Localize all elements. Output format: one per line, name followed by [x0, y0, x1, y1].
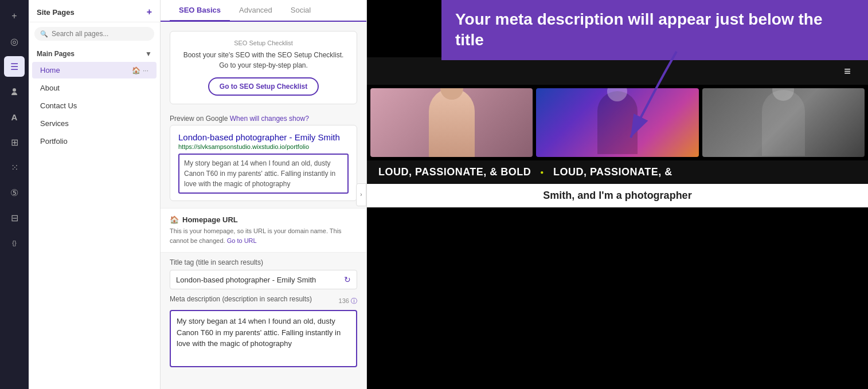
photo-card-2 [536, 88, 698, 157]
meta-label-row: Meta description (description in search … [170, 295, 357, 307]
page-item-home[interactable]: Home 🏠 ··· [32, 62, 157, 78]
marquee-dot: ● [540, 169, 544, 175]
go-to-url-link[interactable]: Go to URL [227, 237, 257, 244]
seo-panel: SEO Basics Advanced Social SEO Setup Che… [161, 0, 367, 389]
checklist-label: SEO Setup Checklist [179, 40, 347, 46]
marquee-text-2: LOUD, PASSIONATE, & [553, 166, 672, 178]
marquee-text-1: LOUD, PASSIONATE, & BOLD [378, 166, 531, 178]
seo-checklist-banner: SEO Setup Checklist Boost your site's SE… [170, 31, 357, 104]
website-preview: Your meta description will appear just b… [367, 0, 868, 389]
go-to-checklist-button[interactable]: Go to SEO Setup Checklist [208, 77, 319, 96]
pages-panel-header: Site Pages + [29, 0, 160, 22]
seo-tabs: SEO Basics Advanced Social [161, 0, 366, 22]
page-item-contact[interactable]: Contact Us [32, 97, 157, 114]
page-item-services[interactable]: Services [32, 115, 157, 132]
more-icon[interactable]: ··· [143, 66, 148, 74]
main-pages-label: Main Pages ▼ [29, 45, 160, 61]
char-count: 136 ⓘ [339, 297, 357, 305]
photo-grid [367, 85, 868, 160]
page-item-about[interactable]: About [32, 80, 157, 96]
checklist-text: Boost your site's SEO with the SEO Setup… [179, 50, 347, 70]
marquee-bar: LOUD, PASSIONATE, & BOLD ● LOUD, PASSION… [367, 160, 868, 184]
page-home-icons: 🏠 ··· [132, 66, 148, 74]
photo-card-3 [702, 88, 865, 157]
hamburger-icon[interactable]: ≡ [844, 65, 851, 78]
site-nav: ≡ [367, 57, 868, 85]
title-tag-input[interactable] [176, 276, 341, 284]
pages-icon[interactable]: ☰ [4, 56, 25, 77]
meta-description-label: Meta description (description in search … [170, 295, 312, 303]
chevron-right-icon: › [360, 191, 362, 198]
pages-panel-title: Site Pages [37, 8, 75, 17]
collapse-icon[interactable]: ▼ [145, 50, 152, 58]
apps-icon[interactable]: ⁙ [4, 157, 25, 178]
google-preview-box: London-based photographer - Emily Smith … [170, 125, 357, 201]
title-tag-section: Title tag (title in search results) ↻ [161, 258, 366, 295]
when-changes-link[interactable]: When will changes show? [230, 115, 309, 123]
preview-label: Preview on Google When will changes show… [161, 110, 366, 125]
homepage-url-desc: This is your homepage, so its URL is you… [170, 226, 357, 245]
circle-icon[interactable]: ◎ [4, 31, 25, 52]
google-preview-title: London-based photographer - Emily Smith [178, 132, 349, 142]
pages-panel: Site Pages + 🔍 Main Pages ▼ Home 🏠 ··· A… [29, 0, 161, 389]
home-url-icon: 🏠 [170, 215, 179, 224]
meta-description-section: Meta description (description in search … [161, 295, 366, 375]
tab-advanced[interactable]: Advanced [230, 0, 281, 22]
title-tag-input-row: ↻ [170, 270, 357, 289]
add-page-icon[interactable]: + [147, 7, 152, 17]
home-icon: 🏠 [132, 66, 140, 74]
data-icon[interactable]: ⊟ [4, 207, 25, 228]
info-icon: ⓘ [351, 297, 357, 304]
photo-card-1 [370, 88, 533, 157]
tab-social[interactable]: Social [281, 0, 320, 22]
icon-sidebar: + ◎ ☰ A ⊞ ⁙ ⑤ ⊟ {} [0, 0, 29, 389]
annotation-banner: Your meta description will appear just b… [441, 0, 868, 60]
connect-icon[interactable]: ⑤ [4, 182, 25, 203]
title-tag-label: Title tag (title in search results) [170, 258, 357, 266]
people-icon[interactable] [4, 81, 25, 102]
collapse-panel-button[interactable]: › [356, 183, 366, 206]
search-input[interactable] [52, 30, 148, 38]
image-icon[interactable]: ⊞ [4, 132, 25, 152]
homepage-url-title: 🏠 Homepage URL [170, 215, 357, 224]
search-bar[interactable]: 🔍 [34, 27, 154, 41]
plus-icon[interactable]: + [4, 6, 25, 26]
refresh-icon[interactable]: ↻ [344, 275, 351, 284]
search-icon: 🔍 [40, 30, 48, 38]
google-preview-url: https://slvksampsonstudio.wixstudio.io/p… [178, 143, 349, 150]
page-item-portfolio[interactable]: Portfolio [32, 133, 157, 150]
tab-seo-basics[interactable]: SEO Basics [170, 0, 230, 22]
meta-description-textarea[interactable]: My story began at 14 when I found an old… [170, 310, 357, 367]
font-icon[interactable]: A [4, 107, 25, 127]
code-icon[interactable]: {} [4, 233, 25, 253]
site-footer: Smith, and I'm a photographer [367, 184, 868, 207]
google-preview-description: My story began at 14 when I found an old… [178, 154, 349, 194]
homepage-url-section: 🏠 Homepage URL This is your homepage, so… [161, 208, 366, 253]
